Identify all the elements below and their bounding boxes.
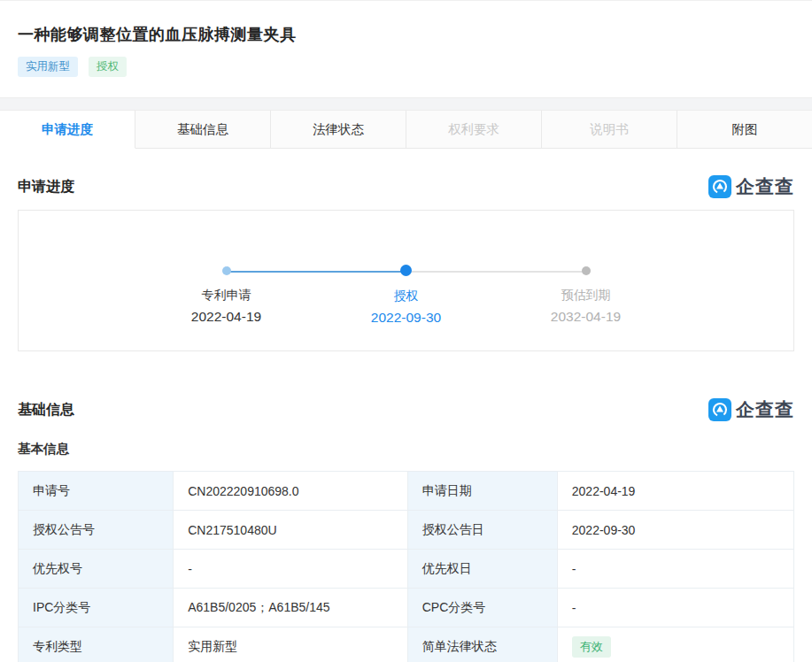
field-label: 申请日期 (407, 472, 557, 511)
basic-info-table: 申请号CN202220910698.0申请日期2022-04-19授权公告号CN… (18, 471, 794, 662)
tag-granted: 授权 (89, 57, 127, 77)
tag-utility-model: 实用新型 (18, 57, 78, 77)
tab-basic-info[interactable]: 基础信息 (135, 111, 271, 148)
progress-section-head: 申请进度 企查查 (18, 173, 794, 201)
field-value: A61B5/0205；A61B5/145 (174, 589, 408, 627)
field-value: CN217510480U (174, 511, 408, 550)
field-value: 有效 (557, 627, 793, 662)
timeline-date: 2022-04-19 (136, 309, 317, 325)
qichacha-logo: 企查查 (708, 397, 794, 422)
field-label: 优先权号 (19, 550, 174, 589)
qichacha-wordmark: 企查查 (736, 397, 794, 422)
tab-legal-status[interactable]: 法律状态 (271, 111, 406, 148)
field-label: 专利类型 (19, 627, 174, 662)
field-label: 简单法律状态 (407, 627, 557, 662)
tab-progress[interactable]: 申请进度 (0, 111, 135, 149)
field-label: IPC分类号 (19, 589, 174, 627)
qichacha-logo: 企查查 (708, 174, 794, 199)
field-value: - (557, 589, 793, 627)
table-row: 优先权号-优先权日- (19, 550, 794, 589)
timeline: 专利申请2022-04-19授权2022-09-30预估到期2032-04-19 (136, 264, 677, 343)
tab-claims: 权利要求 (406, 111, 542, 148)
section-basic-info: 基础信息 企查查 基本信息 申请号CN202220910698.0申请日期202… (18, 396, 794, 662)
patent-header: 一种能够调整位置的血压脉搏测量夹具 实用新型授权 (0, 0, 812, 97)
table-row: 授权公告号CN217510480U授权公告日2022-09-30 (19, 511, 794, 550)
timeline-dot (582, 266, 591, 275)
timeline-label: 专利申请 (136, 288, 317, 304)
timeline-dot (400, 265, 412, 276)
page-title: 一种能够调整位置的血压脉搏测量夹具 (18, 24, 794, 45)
basic-section-title: 基础信息 (18, 401, 74, 420)
field-value: 实用新型 (174, 627, 408, 662)
qichacha-wordmark: 企查查 (736, 174, 794, 199)
section-divider (0, 97, 812, 111)
timeline-date: 2032-04-19 (496, 309, 677, 325)
field-label: 授权公告号 (19, 511, 174, 550)
field-value: CN202220910698.0 (174, 472, 408, 511)
tag-row: 实用新型授权 (18, 57, 794, 77)
qichacha-icon (708, 175, 731, 198)
status-badge: 有效 (572, 636, 611, 658)
timeline-label: 预估到期 (496, 288, 677, 304)
field-value: 2022-04-19 (557, 472, 793, 511)
field-label: CPC分类号 (407, 589, 557, 627)
tab-drawings[interactable]: 附图 (677, 111, 812, 148)
timeline-label: 授权 (316, 289, 497, 304)
basic-subsection-title: 基本信息 (18, 441, 794, 458)
basic-section-head: 基础信息 企查查 (18, 396, 794, 424)
field-value: - (557, 550, 793, 589)
progress-section-title: 申请进度 (18, 178, 74, 196)
tab-bar: 申请进度基础信息法律状态权利要求说明书附图 (0, 111, 812, 149)
field-label: 优先权日 (407, 550, 557, 589)
timeline-dot (222, 266, 231, 275)
section-application-progress: 申请进度 企查查 专利申请2022-04-19授权2022-09-30预估到期2… (18, 173, 794, 351)
field-value: - (174, 550, 408, 589)
timeline-node-application: 专利申请2022-04-19 (136, 264, 317, 325)
timeline-node-granted: 授权2022-09-30 (316, 264, 497, 326)
timeline-panel: 专利申请2022-04-19授权2022-09-30预估到期2032-04-19 (18, 210, 794, 351)
field-label: 授权公告日 (407, 511, 557, 550)
field-value: 2022-09-30 (557, 511, 793, 550)
field-label: 申请号 (19, 472, 174, 511)
tab-description: 说明书 (542, 111, 677, 148)
table-row: 专利类型实用新型简单法律状态有效 (19, 627, 794, 662)
timeline-date: 2022-09-30 (316, 310, 497, 326)
table-row: 申请号CN202220910698.0申请日期2022-04-19 (19, 472, 794, 511)
timeline-node-estimated-expiry: 预估到期2032-04-19 (496, 264, 677, 325)
qichacha-icon (708, 398, 731, 421)
main-content: 申请进度 企查查 专利申请2022-04-19授权2022-09-30预估到期2… (0, 173, 812, 662)
table-row: IPC分类号A61B5/0205；A61B5/145CPC分类号- (19, 589, 794, 627)
